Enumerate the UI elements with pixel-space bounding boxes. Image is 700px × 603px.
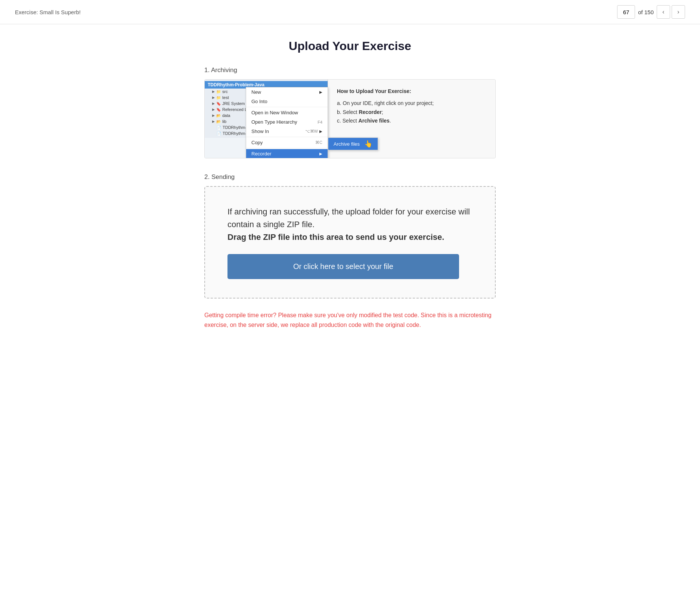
select-file-button[interactable]: Or click here to select your file (227, 254, 459, 279)
instruction-a: a. On your IDE, right click on your proj… (337, 99, 486, 108)
dropzone-text: If archiving ran successfully, the uploa… (227, 205, 473, 244)
pagination: of 150 ‹ › (617, 5, 685, 19)
archive-files-label: Archive files (334, 141, 360, 147)
instruction-b: b. Select Recorder; (337, 108, 486, 117)
page-heading: Upload Your Exercise (204, 39, 496, 53)
context-menu-new[interactable]: New ▶ (246, 87, 328, 97)
context-menu-copy[interactable]: Copy ⌘C (246, 138, 328, 147)
dropzone[interactable]: If archiving ran successfully, the uploa… (204, 186, 496, 299)
archive-files-item[interactable]: Archive files 👆 (328, 138, 378, 150)
context-menu-show-in[interactable]: Show In ⌥⌘W ▶ (246, 127, 328, 136)
file-icon: 📄 (217, 132, 221, 136)
exercise-title: Exercise: Small Is Superb! (15, 9, 81, 15)
arrow-icon: ▶ (212, 96, 215, 99)
instruction-c: c. Select Archive files. (337, 117, 486, 126)
menu-item-label: Recorder (251, 151, 271, 157)
folder-icon: 📁 (216, 90, 221, 94)
context-menu-open-type[interactable]: Open Type Hierarchy F4 (246, 117, 328, 127)
library-icon: 🔖 (216, 108, 221, 112)
tree-item-label: src (222, 89, 228, 94)
main-content: Upload Your Exercise 1. Archiving TDDRhy… (197, 24, 503, 344)
context-menu: New ▶ Go Into Open in New Window Open Ty… (246, 87, 328, 158)
error-message: Getting compile time error? Please make … (204, 310, 496, 330)
instruction-b-bold: Recorder (359, 109, 381, 115)
menu-item-label: Open Type Hierarchy (251, 119, 297, 125)
chevron-right-icon: ▶ (319, 152, 322, 156)
instruction-c-bold: Archive files (359, 118, 390, 124)
context-menu-recorder[interactable]: Recorder ▶ (246, 149, 328, 158)
archiving-section: 1. Archiving TDDRhythm-Problem-Java ▶ 📁 … (204, 67, 496, 158)
context-menu-open-new-window[interactable]: Open in New Window (246, 108, 328, 117)
menu-divider (246, 137, 328, 137)
dropzone-text-1: If archiving ran successfully, the uploa… (227, 207, 470, 229)
dropzone-bold-text: Drag the ZIP file into this area to send… (227, 231, 473, 244)
cursor-icon: 👆 (364, 140, 372, 148)
next-page-button[interactable]: › (672, 5, 685, 19)
page-of: of 150 (638, 9, 654, 15)
menu-item-label: Show In (251, 129, 269, 134)
archiving-label: 1. Archiving (204, 67, 496, 74)
instruction-b-post: ; (382, 109, 383, 115)
instruction-b-pre: b. Select (337, 109, 359, 115)
menu-item-label: Go Into (251, 99, 267, 104)
arrow-icon: ▶ (212, 120, 215, 123)
sending-label: 2. Sending (204, 173, 496, 181)
shortcut-label: F4 (318, 120, 322, 124)
shortcut-label: ⌘C (315, 140, 322, 145)
menu-divider (246, 148, 328, 148)
arrow-icon: ▶ (212, 108, 215, 111)
folder-icon: 📂 (216, 114, 221, 118)
tree-item-label: lib (222, 119, 226, 124)
file-icon: 📄 (217, 126, 221, 130)
chevron-right-icon: ▶ (319, 90, 322, 94)
top-bar: Exercise: Small Is Superb! of 150 ‹ › (0, 0, 700, 24)
page-input[interactable] (617, 5, 635, 19)
arrow-icon: ▶ (212, 114, 215, 117)
tree-item-label: test (222, 95, 229, 100)
arrow-icon: ▶ (212, 102, 215, 105)
instructions-title: How to Upload Your Exercise: (337, 87, 486, 96)
chevron-right-icon: ▶ (319, 129, 322, 133)
library-icon: 🔖 (216, 102, 221, 106)
shortcut-label: ⌥⌘W (305, 129, 318, 134)
menu-divider (246, 107, 328, 107)
context-menu-go-into[interactable]: Go Into (246, 97, 328, 106)
menu-item-label: Open in New Window (251, 110, 298, 115)
tree-item-label: data (222, 113, 230, 118)
menu-item-label: New (251, 89, 261, 95)
folder-icon: 📂 (216, 120, 221, 124)
ide-panel: TDDRhythm-Problem-Java ▶ 📁 src ▶ 📁 test … (205, 80, 328, 158)
folder-icon: 📁 (216, 96, 221, 100)
arrow-icon: ▶ (212, 90, 215, 93)
instruction-c-pre: c. Select (337, 118, 359, 124)
sending-section: 2. Sending If archiving ran successfully… (204, 173, 496, 299)
archive-submenu: Archive files 👆 (328, 137, 378, 150)
archiving-image: TDDRhythm-Problem-Java ▶ 📁 src ▶ 📁 test … (204, 79, 496, 158)
menu-item-label: Copy (251, 140, 263, 145)
instruction-c-post: . (390, 118, 391, 124)
prev-page-button[interactable]: ‹ (657, 5, 670, 19)
